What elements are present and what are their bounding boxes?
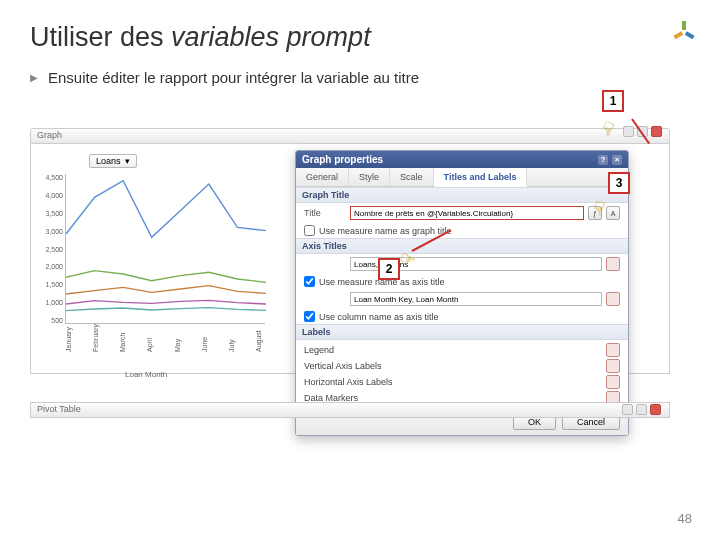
label-haxis: Horizontal Axis Labels <box>304 377 393 387</box>
ytick: 2,500 <box>39 246 63 253</box>
label-vaxis: Vertical Axis Labels <box>304 361 382 371</box>
labels-list: Legend Vertical Axis Labels Horizontal A… <box>296 340 628 408</box>
close-icon[interactable] <box>651 126 662 137</box>
report-screenshot: Graph Loans ▾ 4,500 4,000 3,500 3,0 <box>30 128 670 418</box>
edit-icon[interactable] <box>622 404 633 415</box>
use-column-axis-checkbox[interactable] <box>304 311 315 322</box>
ytick: 4,500 <box>39 174 63 181</box>
tab-style[interactable]: Style <box>349 168 390 186</box>
title-input[interactable] <box>350 206 584 220</box>
title-italic: variables prompt <box>171 22 371 52</box>
callout-1: 1 <box>602 90 624 112</box>
edit-icon[interactable] <box>606 375 620 389</box>
dialog-tabs: General Style Scale Titles and Labels <box>296 168 628 187</box>
label-legend: Legend <box>304 345 334 355</box>
use-measure-axis-checkbox[interactable] <box>304 276 315 287</box>
section-graph-title: Graph Title <box>296 187 628 203</box>
xtick: January <box>65 342 72 352</box>
edit-icon[interactable] <box>606 292 620 306</box>
plot-area <box>65 174 265 324</box>
close-icon[interactable]: × <box>612 155 622 165</box>
x-axis-ticks: JanuaryFebruaryMarchAprilMayJuneJulyAugu… <box>65 324 265 359</box>
xtick: August <box>255 342 262 352</box>
gear-icon[interactable] <box>636 404 647 415</box>
edit-icon[interactable] <box>623 126 634 137</box>
ytick: 2,000 <box>39 263 63 270</box>
ytick: 3,000 <box>39 228 63 235</box>
title-label: Title <box>304 208 346 218</box>
page-title: Utiliser des variables prompt <box>30 22 690 53</box>
edit-icon[interactable] <box>606 257 620 271</box>
ytick: 1,000 <box>39 299 63 306</box>
font-icon[interactable]: A <box>606 206 620 220</box>
xtick: June <box>201 342 208 352</box>
tab-graph[interactable]: Graph <box>37 130 62 140</box>
tab-titles-labels[interactable]: Titles and Labels <box>434 168 528 187</box>
xtick: May <box>174 342 181 352</box>
bottom-tab-strip[interactable]: Pivot Table <box>30 402 670 418</box>
line-chart: 4,500 4,000 3,500 3,000 2,500 2,000 1,50… <box>65 174 265 324</box>
dialog-titlebar[interactable]: Graph properties ? × <box>296 151 628 168</box>
close-icon[interactable] <box>650 404 661 415</box>
haxis-title-input[interactable] <box>350 292 602 306</box>
dialog-title: Graph properties <box>302 154 383 165</box>
graph-properties-dialog: Graph properties ? × General Style Scale… <box>295 150 629 436</box>
use-measure-graph-label: Use measure name as graph title <box>319 226 452 236</box>
use-column-axis-label: Use column name as axis title <box>319 312 439 322</box>
subtitle: ▶Ensuite éditer le rapport pour intégrer… <box>30 69 690 86</box>
xtick: February <box>92 342 99 352</box>
title-text: Utiliser des <box>30 22 171 52</box>
page-number: 48 <box>678 511 692 526</box>
subtitle-text: Ensuite éditer le rapport pour intégrer … <box>48 69 419 86</box>
callout-3: 3 <box>608 172 630 194</box>
brand-logo <box>672 20 696 44</box>
tab-pivot-table[interactable]: Pivot Table <box>37 404 81 414</box>
measure-dropdown[interactable]: Loans ▾ <box>89 154 137 168</box>
edit-icon[interactable] <box>606 343 620 357</box>
section-labels: Labels <box>296 324 628 340</box>
section-axis-titles: Axis Titles <box>296 238 628 254</box>
ytick: 3,500 <box>39 210 63 217</box>
svg-rect-2 <box>673 31 683 39</box>
xtick: March <box>119 342 126 352</box>
formula-icon[interactable]: ƒ <box>588 206 602 220</box>
svg-rect-1 <box>685 31 695 39</box>
top-tab-strip[interactable]: Graph <box>30 128 670 144</box>
edit-icon[interactable] <box>606 359 620 373</box>
tab-scale[interactable]: Scale <box>390 168 434 186</box>
measure-dropdown-label: Loans <box>96 156 121 166</box>
ytick: 1,500 <box>39 281 63 288</box>
svg-rect-0 <box>682 21 686 30</box>
use-measure-graph-checkbox[interactable] <box>304 225 315 236</box>
callout-2: 2 <box>378 258 400 280</box>
ytick: 4,000 <box>39 192 63 199</box>
y-axis-ticks: 4,500 4,000 3,500 3,000 2,500 2,000 1,50… <box>39 174 63 324</box>
xtick: July <box>228 342 235 352</box>
bullet-icon: ▶ <box>30 72 38 83</box>
tab-general[interactable]: General <box>296 168 349 186</box>
chevron-down-icon: ▾ <box>125 156 130 166</box>
x-axis-label: Loan Month <box>125 370 167 379</box>
ytick: 500 <box>39 317 63 324</box>
xtick: April <box>146 342 153 352</box>
help-icon[interactable]: ? <box>598 155 608 165</box>
